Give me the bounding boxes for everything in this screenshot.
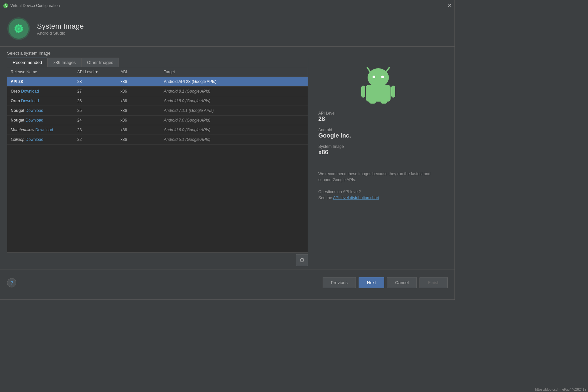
recommendation-text: We recommend these images because they r… bbox=[318, 171, 438, 201]
table-row[interactable]: Nougat Download24x86Android 7.0 (Google … bbox=[7, 116, 308, 125]
title-bar: A Virtual Device Configuration ✕ bbox=[0, 0, 454, 11]
refresh-button[interactable] bbox=[296, 254, 308, 266]
table-row[interactable]: Marshmallow Download23x86Android 6.0 (Go… bbox=[7, 125, 308, 135]
select-label-container: Select a system image bbox=[0, 47, 454, 56]
svg-point-8 bbox=[368, 68, 389, 87]
svg-point-9 bbox=[373, 76, 375, 78]
android-logo-container bbox=[318, 64, 438, 104]
system-image-label: System Image bbox=[318, 144, 438, 149]
image-table-container: Release Name API Level ▾ ABI Target API … bbox=[7, 67, 308, 253]
previous-button[interactable]: Previous bbox=[323, 277, 356, 288]
header-subtitle: Android Studio bbox=[37, 31, 84, 36]
api-see-text: See the API level distribution chart bbox=[318, 195, 438, 201]
table-body: API 2828x86Android API 28 (Google APIs)O… bbox=[7, 77, 308, 145]
recommendation-paragraph: We recommend these images because they r… bbox=[318, 171, 438, 183]
svg-rect-11 bbox=[366, 85, 391, 102]
table-row[interactable]: Oreo Download27x86Android 8.1 (Google AP… bbox=[7, 87, 308, 96]
table-footer bbox=[7, 253, 308, 269]
next-button[interactable]: Next bbox=[359, 277, 384, 288]
header-title: System Image bbox=[37, 22, 84, 31]
close-button[interactable]: ✕ bbox=[447, 3, 452, 8]
window-title: Virtual Device Configuration bbox=[10, 3, 60, 8]
help-button[interactable]: ? bbox=[7, 278, 16, 287]
table-header-row: Release Name API Level ▾ ABI Target bbox=[7, 67, 308, 77]
window-icon: A bbox=[3, 3, 8, 8]
left-panel: Recommended x86 Images Other Images Rele… bbox=[7, 58, 308, 269]
android-studio-logo: ⚙ bbox=[7, 17, 30, 40]
finish-button[interactable]: Finish bbox=[420, 277, 448, 288]
api-question: Questions on API level? bbox=[318, 189, 438, 195]
action-buttons: Previous Next Cancel Finish bbox=[323, 277, 448, 288]
bottom-bar: ? Previous Next Cancel Finish bbox=[0, 269, 454, 296]
col-header-release: Release Name bbox=[7, 67, 74, 77]
refresh-icon bbox=[299, 257, 305, 263]
svg-rect-13 bbox=[391, 86, 395, 98]
api-link[interactable]: API level distribution chart bbox=[333, 196, 379, 200]
table-row[interactable]: Oreo Download26x86Android 8.0 (Google AP… bbox=[7, 96, 308, 106]
api-level-label: API Level bbox=[318, 111, 438, 116]
image-table: Release Name API Level ▾ ABI Target API … bbox=[7, 67, 308, 145]
cancel-button[interactable]: Cancel bbox=[387, 277, 417, 288]
col-header-api: API Level ▾ bbox=[74, 67, 117, 77]
tab-x86[interactable]: x86 Images bbox=[48, 58, 81, 67]
tabs-container: Recommended x86 Images Other Images bbox=[7, 58, 308, 67]
system-image-value: x86 bbox=[318, 149, 438, 156]
col-header-abi: ABI bbox=[117, 67, 160, 77]
table-row[interactable]: Lollipop Download22x86Android 5.1 (Googl… bbox=[7, 135, 308, 145]
table-row[interactable]: Nougat Download25x86Android 7.1.1 (Googl… bbox=[7, 106, 308, 116]
android-robot-icon bbox=[360, 64, 397, 104]
svg-rect-15 bbox=[381, 100, 387, 104]
table-row[interactable]: API 2828x86Android API 28 (Google APIs) bbox=[7, 77, 308, 87]
svg-point-10 bbox=[381, 76, 384, 78]
select-label: Select a system image bbox=[7, 51, 51, 56]
android-section: Android Google Inc. bbox=[318, 128, 438, 139]
android-label: Android bbox=[318, 128, 438, 132]
col-header-target: Target bbox=[160, 67, 308, 77]
svg-rect-12 bbox=[361, 86, 365, 98]
svg-rect-14 bbox=[369, 100, 376, 104]
right-panel: API Level 28 Android Google Inc. System … bbox=[308, 58, 448, 269]
android-value: Google Inc. bbox=[318, 132, 438, 139]
header: ⚙ System Image Android Studio bbox=[0, 11, 454, 47]
system-image-section: System Image x86 bbox=[318, 144, 438, 156]
api-level-value: 28 bbox=[318, 116, 438, 123]
svg-text:A: A bbox=[5, 4, 7, 8]
api-level-section: API Level 28 bbox=[318, 111, 438, 123]
tab-recommended[interactable]: Recommended bbox=[7, 58, 48, 67]
svg-point-5 bbox=[15, 25, 23, 33]
tab-other[interactable]: Other Images bbox=[81, 58, 119, 67]
